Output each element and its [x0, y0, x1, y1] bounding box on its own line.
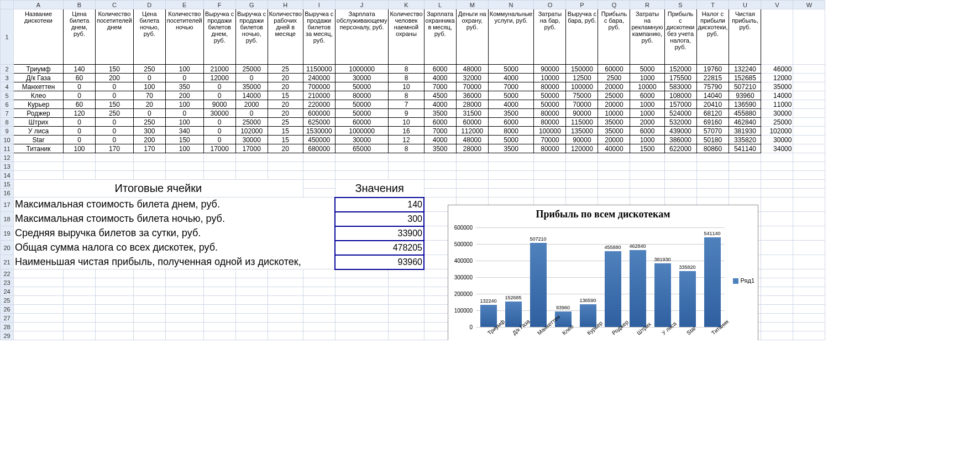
cell[interactable] [335, 162, 389, 171]
row-header[interactable]: 6 [1, 100, 14, 109]
data-cell[interactable]: 2500 [598, 74, 630, 82]
cell[interactable] [761, 153, 793, 162]
cell[interactable] [165, 287, 203, 296]
data-cell[interactable]: 14000 [235, 91, 268, 100]
data-cell[interactable]: 0 [203, 91, 235, 100]
cell[interactable] [696, 189, 729, 198]
data-cell[interactable]: 6000 [630, 91, 664, 100]
data-cell[interactable]: 1500 [630, 144, 664, 153]
cell[interactable] [96, 314, 134, 323]
data-cell[interactable]: 36000 [456, 91, 488, 100]
data-cell[interactable]: 0 [96, 91, 134, 100]
cell[interactable] [793, 91, 825, 100]
cell[interactable] [598, 189, 630, 198]
data-cell[interactable]: 10 [389, 118, 424, 127]
cell[interactable] [133, 171, 165, 180]
row-header[interactable]: 9 [1, 127, 14, 136]
data-cell[interactable]: 12500 [566, 74, 598, 82]
cell[interactable] [793, 278, 825, 287]
column-header[interactable]: G [235, 1, 268, 9]
row-header[interactable]: 1 [1, 9, 14, 65]
data-cell[interactable]: 80000 [534, 118, 566, 127]
data-cell[interactable]: 120000 [566, 144, 598, 153]
cell[interactable] [793, 314, 825, 323]
data-cell[interactable]: 30000 [235, 136, 268, 144]
cell[interactable] [96, 278, 134, 287]
row-header[interactable]: 22 [1, 269, 14, 278]
column-header[interactable]: N [488, 1, 534, 9]
data-cell[interactable]: 240000 [303, 74, 335, 82]
data-cell[interactable]: 108000 [664, 91, 696, 100]
data-cell[interactable]: 100 [165, 118, 203, 127]
column-header[interactable]: C [96, 1, 134, 9]
cell[interactable] [761, 255, 793, 269]
cell[interactable] [133, 296, 165, 305]
data-cell[interactable]: 2000 [630, 118, 664, 127]
data-cell[interactable]: 70 [133, 91, 165, 100]
data-cell[interactable]: 700000 [303, 82, 335, 91]
data-cell[interactable]: 100 [165, 65, 203, 74]
cell[interactable] [235, 296, 268, 305]
cell[interactable] [761, 226, 793, 241]
cell[interactable] [389, 296, 424, 305]
cell[interactable] [165, 314, 203, 323]
data-cell[interactable]: 680000 [303, 144, 335, 153]
cell[interactable] [303, 323, 335, 331]
cell[interactable] [630, 171, 664, 180]
cell[interactable] [96, 153, 134, 162]
data-cell[interactable]: Клео [14, 91, 64, 100]
data-cell[interactable]: 90000 [534, 65, 566, 74]
summary-values-title[interactable]: Значения [335, 180, 424, 198]
data-cell[interactable]: 0 [96, 82, 134, 91]
cell[interactable] [235, 287, 268, 296]
row-header[interactable]: 26 [1, 305, 14, 314]
data-cell[interactable]: 35000 [761, 82, 793, 91]
cell[interactable] [488, 189, 534, 198]
cell[interactable] [761, 287, 793, 296]
data-cell[interactable]: 100 [133, 82, 165, 91]
cell[interactable] [456, 189, 488, 198]
cell[interactable] [268, 296, 303, 305]
cell[interactable] [761, 278, 793, 287]
data-cell[interactable]: 17000 [203, 144, 235, 153]
data-cell[interactable]: 8 [389, 65, 424, 74]
cell[interactable] [761, 331, 793, 340]
data-cell[interactable]: 50000 [534, 100, 566, 109]
cell[interactable] [664, 189, 696, 198]
cell[interactable] [696, 180, 729, 189]
data-cell[interactable]: 1000000 [335, 65, 389, 74]
column-header[interactable]: O [534, 1, 566, 9]
data-cell[interactable]: 15 [268, 127, 303, 136]
row-header[interactable]: 5 [1, 91, 14, 100]
data-cell[interactable]: 4000 [424, 136, 456, 144]
data-cell[interactable]: 12 [389, 136, 424, 144]
row-header[interactable]: 23 [1, 278, 14, 287]
data-cell[interactable]: 622000 [664, 144, 696, 153]
data-cell[interactable]: 30000 [761, 109, 793, 118]
data-cell[interactable]: 50000 [335, 82, 389, 91]
row-header[interactable]: 13 [1, 162, 14, 171]
data-cell[interactable]: 20410 [696, 100, 729, 109]
data-cell[interactable]: 4000 [488, 74, 534, 82]
data-cell[interactable]: 80000 [335, 91, 389, 100]
cell[interactable] [64, 269, 96, 278]
data-cell[interactable]: 140 [64, 65, 96, 74]
data-cell[interactable]: 1000 [630, 109, 664, 118]
data-cell[interactable]: 25000 [235, 118, 268, 127]
cell[interactable] [761, 180, 793, 189]
data-cell[interactable]: 30000 [761, 136, 793, 144]
cell[interactable] [96, 305, 134, 314]
cell[interactable] [761, 171, 793, 180]
data-cell[interactable]: 100 [64, 144, 96, 153]
data-cell[interactable]: 60000 [456, 118, 488, 127]
cell[interactable] [203, 305, 235, 314]
data-cell[interactable]: 30000 [335, 74, 389, 82]
data-cell[interactable]: 583000 [664, 82, 696, 91]
data-cell[interactable]: 10000 [598, 109, 630, 118]
row-header[interactable]: 4 [1, 82, 14, 91]
cell[interactable] [303, 287, 335, 296]
cell[interactable] [303, 189, 335, 198]
cell[interactable] [534, 189, 566, 198]
data-cell[interactable]: Штрих [14, 118, 64, 127]
data-header-cell[interactable]: Коммунальные услуги, руб. [488, 9, 534, 65]
